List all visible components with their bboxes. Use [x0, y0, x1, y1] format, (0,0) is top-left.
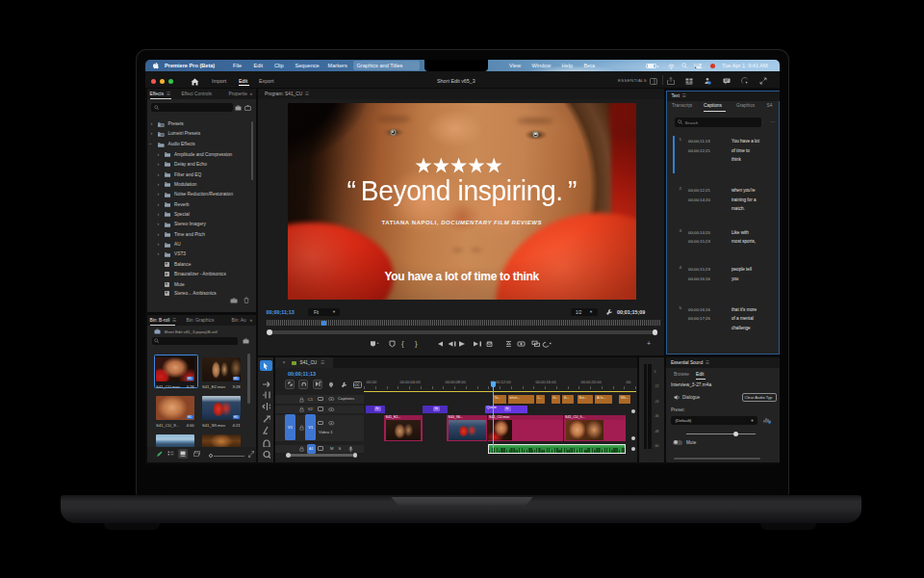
svg-text:}: }	[415, 340, 418, 348]
svg-text:+: +	[376, 340, 379, 344]
svg-text:{: {	[401, 340, 404, 348]
